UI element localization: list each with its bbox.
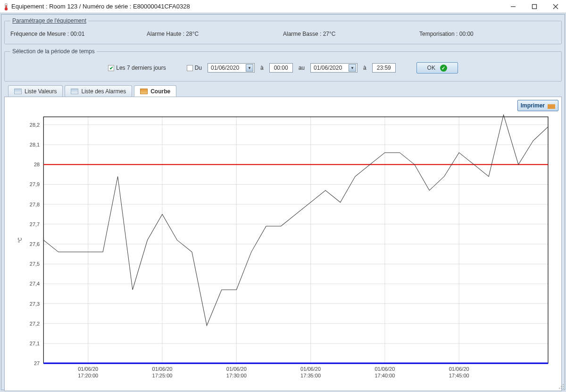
svg-rect-51 <box>43 117 548 363</box>
svg-text:28: 28 <box>34 162 40 167</box>
print-label: Imprimer <box>521 102 545 109</box>
svg-text:01/06/20: 01/06/20 <box>449 366 469 372</box>
svg-point-60 <box>563 388 564 389</box>
last7-label: Les 7 derniers jours <box>116 65 166 71</box>
svg-text:27,4: 27,4 <box>30 281 40 286</box>
checkbox-checked-icon: ✔ <box>108 65 114 71</box>
alarm-high: Alarme Haute : 28°C <box>147 31 283 37</box>
check-circle-icon: ✓ <box>440 65 447 72</box>
ok-button[interactable]: OK ✓ <box>416 62 458 74</box>
tab-curve[interactable]: Courbe <box>134 85 176 97</box>
last7-option[interactable]: ✔ Les 7 derniers jours <box>108 65 166 71</box>
svg-point-55 <box>563 384 564 385</box>
alarm-low: Alarme Basse : 27°C <box>283 31 419 37</box>
svg-text:17:30:00: 17:30:00 <box>226 373 247 378</box>
chart-plot: 2727,127,227,327,427,527,627,727,827,928… <box>15 114 551 387</box>
svg-text:01/06/20: 01/06/20 <box>78 366 98 372</box>
date-to-value: 01/06/2020 <box>314 65 342 71</box>
print-button[interactable]: Imprimer <box>517 100 558 111</box>
tab-values[interactable]: Liste Valeurs <box>8 85 63 97</box>
svg-text:27,5: 27,5 <box>30 261 40 267</box>
chart-icon <box>140 89 148 94</box>
svg-text:27,2: 27,2 <box>30 321 40 327</box>
svg-text:27,1: 27,1 <box>30 341 40 346</box>
at-label-1: à <box>260 65 264 71</box>
svg-text:01/06/20: 01/06/20 <box>375 366 395 372</box>
svg-text:01/06/20: 01/06/20 <box>226 366 247 372</box>
chevron-down-icon: ▼ <box>349 64 356 72</box>
time-period-legend: Sélection de la période de temps <box>10 48 97 55</box>
minimize-button[interactable] <box>502 0 524 13</box>
svg-text:27,6: 27,6 <box>30 241 40 247</box>
time-to-input[interactable]: 23:59 <box>372 63 396 73</box>
window-titlebar: Equipement : Room 123 / Numéro de série … <box>0 0 566 13</box>
from-label: Du <box>195 65 202 71</box>
measure-frequency: Fréquence de Mesure : 00:01 <box>10 31 147 37</box>
date-to-combo[interactable]: 01/06/2020 ▼ <box>310 63 358 73</box>
ok-label: OK <box>427 65 435 71</box>
svg-text:01/06/20: 01/06/20 <box>300 366 321 372</box>
checkbox-unchecked-icon: ✔ <box>187 65 193 71</box>
to-label: au <box>299 65 305 71</box>
svg-text:17:20:00: 17:20:00 <box>78 373 98 378</box>
tab-alarms-label: Liste des Alarmes <box>81 88 126 95</box>
time-period-group: Sélection de la période de temps ✔ Les 7… <box>4 48 562 82</box>
svg-point-57 <box>563 386 564 387</box>
printer-icon <box>548 102 555 109</box>
svg-rect-2 <box>6 5 7 9</box>
svg-text:°C: °C <box>17 237 23 243</box>
parameters-group: Paramétrage de l'équipement Fréquence de… <box>4 17 562 44</box>
tab-bar: Liste Valeurs Liste des Alarmes Courbe <box>8 85 562 97</box>
svg-text:27,3: 27,3 <box>30 301 40 307</box>
svg-text:17:40:00: 17:40:00 <box>375 373 395 378</box>
tab-values-label: Liste Valeurs <box>25 88 57 95</box>
svg-text:17:45:00: 17:45:00 <box>449 373 469 378</box>
date-from-value: 01/06/2020 <box>211 65 239 71</box>
svg-text:17:35:00: 17:35:00 <box>300 373 321 378</box>
svg-point-58 <box>559 388 560 389</box>
window-title: Equipement : Room 123 / Numéro de série … <box>11 3 190 10</box>
client-area: Paramétrage de l'équipement Fréquence de… <box>1 14 565 390</box>
svg-text:27: 27 <box>34 360 40 366</box>
svg-text:27,8: 27,8 <box>30 202 40 207</box>
svg-text:17:25:00: 17:25:00 <box>152 373 173 378</box>
svg-text:28,2: 28,2 <box>30 122 40 128</box>
svg-text:01/06/20: 01/06/20 <box>152 366 173 372</box>
chevron-down-icon: ▼ <box>246 64 253 72</box>
svg-text:27,7: 27,7 <box>30 221 40 227</box>
list-icon <box>71 89 78 94</box>
resize-grip[interactable] <box>558 383 565 390</box>
close-button[interactable] <box>545 0 566 13</box>
svg-text:27,9: 27,9 <box>30 181 40 187</box>
tab-curve-label: Courbe <box>150 88 170 95</box>
svg-point-56 <box>561 386 562 387</box>
time-from-input[interactable]: 00:00 <box>269 63 293 73</box>
svg-rect-4 <box>532 4 536 8</box>
at-label-2: à <box>363 65 366 71</box>
custom-range-option[interactable]: ✔ Du <box>187 65 202 71</box>
svg-text:28,1: 28,1 <box>30 142 40 147</box>
date-from-combo[interactable]: 01/06/2020 ▼ <box>208 63 255 73</box>
thermometer-icon <box>4 3 8 10</box>
list-icon <box>14 89 22 94</box>
maximize-button[interactable] <box>524 0 545 13</box>
parameters-legend: Paramétrage de l'équipement <box>10 17 88 24</box>
tab-alarms[interactable]: Liste des Alarmes <box>65 85 132 97</box>
temporisation: Temporisation : 00:00 <box>419 31 556 37</box>
chart-panel: Imprimer 2727,127,227,327,427,527,627,72… <box>4 97 562 391</box>
svg-point-59 <box>561 388 562 389</box>
